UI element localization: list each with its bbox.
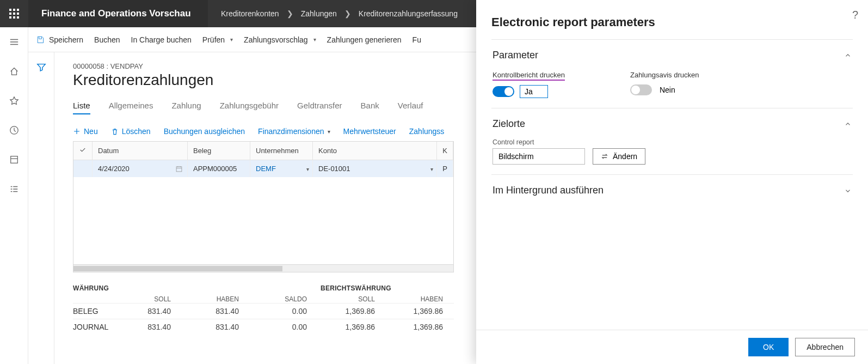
cell-voucher[interactable]: APPM000005 [188,160,250,178]
tax-button[interactable]: Mehrwertsteuer [343,127,396,136]
svg-rect-8 [17,16,19,19]
dims-label: Finanzdimensionen [258,127,324,136]
generate-button[interactable]: Zahlungen generieren [327,35,402,44]
field-print-payment-advice: Zahlungsavis drucken Nein [630,70,699,98]
star-icon[interactable] [3,92,25,110]
chevron-up-icon [844,52,852,59]
colhdr-soll: SOLL [114,295,182,303]
save-button[interactable]: Speichern [36,35,83,44]
svg-rect-0 [9,9,11,11]
totals-block: WÄHRUNG BERICHTSWÄHRUNG SOLL HABEN SALDO… [73,284,454,335]
horizontal-scrollbar[interactable] [73,264,453,272]
cell-company[interactable]: DEMF ▾ [250,160,313,178]
proposal-label: Zahlungsvorschlag [244,35,308,44]
col-k[interactable]: K [437,142,453,160]
chevron-down-icon[interactable]: ▾ [430,166,433,172]
save-label: Speichern [49,35,83,44]
workspaces-icon[interactable] [3,150,25,169]
row-value: 1,369.86 [386,307,454,316]
field-print-payment-advice-label: Zahlungsavis drucken [630,71,699,79]
svg-rect-1 [13,9,15,11]
grid-header-row: Datum Beleg Unternehmen Konto K [73,142,453,160]
col-konto[interactable]: Konto [313,142,437,160]
change-button-label: Ändern [613,152,637,161]
cell-date-value: 4/24/2020 [98,165,130,173]
help-icon[interactable]: ? [852,9,858,21]
col-unternehmen[interactable]: Unternehmen [250,142,313,160]
dimensions-button[interactable]: Finanzdimensionen▾ [258,127,330,136]
tab-zahlung[interactable]: Zahlung [171,101,201,114]
totals-row: BELEG 831.40 831.40 0.00 1,369.86 1,369.… [73,303,454,319]
tab-gebuehr[interactable]: Zahlungsgebühr [220,101,279,114]
settle-button[interactable]: Buchungen ausgleichen [164,127,245,136]
select-all[interactable] [73,142,93,160]
breadcrumb-item[interactable]: Zahlungen [301,9,337,18]
dest-input[interactable] [493,148,585,165]
cancel-button[interactable]: Abbrechen [795,338,855,356]
home-icon[interactable] [3,62,25,81]
tax-label: Mehrwertsteuer [343,127,396,136]
more-button[interactable]: Fu [413,35,421,44]
section-parameter-title: Parameter [493,50,538,61]
breadcrumb-item[interactable]: Kreditorenkonten [221,9,279,18]
row-value: 831.40 [114,323,182,331]
breadcrumb: Kreditorenkonten ❯ Zahlungen ❯ Kreditore… [208,9,458,18]
hamburger-icon[interactable] [3,33,25,51]
nav-rail [0,27,28,364]
svg-rect-6 [9,16,11,19]
modules-icon[interactable] [3,180,25,198]
waffle-icon[interactable] [0,0,28,27]
panel-body: Parameter Kontrollbericht drucken Ja Zah… [476,39,868,330]
section-background-header[interactable]: Im Hintergrund ausführen [493,185,852,196]
grid-row[interactable]: 4/24/2020 APPM000005 DEMF ▾ DE-01001 ▾ P [73,160,453,178]
svg-rect-11 [176,166,182,171]
section-background: Im Hintergrund ausführen [491,174,853,206]
calendar-icon[interactable] [175,165,183,173]
col-beleg[interactable]: Beleg [188,142,250,160]
colhdr-haben: HABEN [182,295,250,303]
new-button[interactable]: Neu [73,127,98,136]
app-title: Finance and Operations Vorschau [28,0,208,27]
scrollbar-thumb[interactable] [73,266,282,271]
recent-icon[interactable] [3,121,25,139]
tab-geldtransfer[interactable]: Geldtransfer [297,101,342,114]
tab-bank[interactable]: Bank [361,101,379,114]
tab-liste[interactable]: Liste [73,101,90,114]
chevron-down-icon[interactable]: ▾ [306,166,309,172]
toggle-print-payment-advice[interactable] [630,84,652,95]
colhdr-saldo: SALDO [250,295,318,303]
tab-allgemeines[interactable]: Allgemeines [109,101,153,114]
toggle-value[interactable]: Ja [520,85,548,98]
cell-k[interactable]: P [437,160,453,178]
post-button[interactable]: Buchen [94,35,120,44]
proposal-button[interactable]: Zahlungsvorschlag▾ [244,35,316,44]
panel-title: Electronic report parameters [476,0,868,39]
filter-icon [36,62,46,72]
row-select[interactable] [73,160,93,178]
breadcrumb-item[interactable]: Kreditorenzahlungserfassung [359,9,458,18]
totals-sec1: WÄHRUNG [73,284,321,292]
chevron-down-icon: ▾ [328,129,330,135]
save-icon [36,35,45,44]
delete-label: Löschen [122,127,151,136]
change-button[interactable]: Ändern [593,148,645,165]
filter-toggle[interactable] [28,52,54,364]
section-destinations-title: Zielorte [493,118,525,130]
row-value: 0.00 [250,307,318,316]
toggle-print-control-report[interactable] [493,86,514,97]
tab-verlauf[interactable]: Verlauf [398,101,423,114]
delete-button[interactable]: Löschen [111,127,151,136]
col-datum[interactable]: Datum [93,142,188,160]
post-batch-button[interactable]: In Charge buchen [131,35,192,44]
validate-label: Prüfen [202,35,225,44]
ok-button[interactable]: OK [748,338,789,356]
section-destinations-header[interactable]: Zielorte [493,118,852,130]
status-button[interactable]: Zahlungss [409,127,445,136]
section-parameter-header[interactable]: Parameter [493,50,852,61]
settle-label: Buchungen ausgleichen [164,127,245,136]
row-value: 831.40 [182,307,250,316]
validate-button[interactable]: Prüfen▾ [202,35,233,44]
cell-date[interactable]: 4/24/2020 [93,160,188,178]
cell-account[interactable]: DE-01001 ▾ [313,160,437,178]
status-label: Zahlungss [409,127,445,136]
